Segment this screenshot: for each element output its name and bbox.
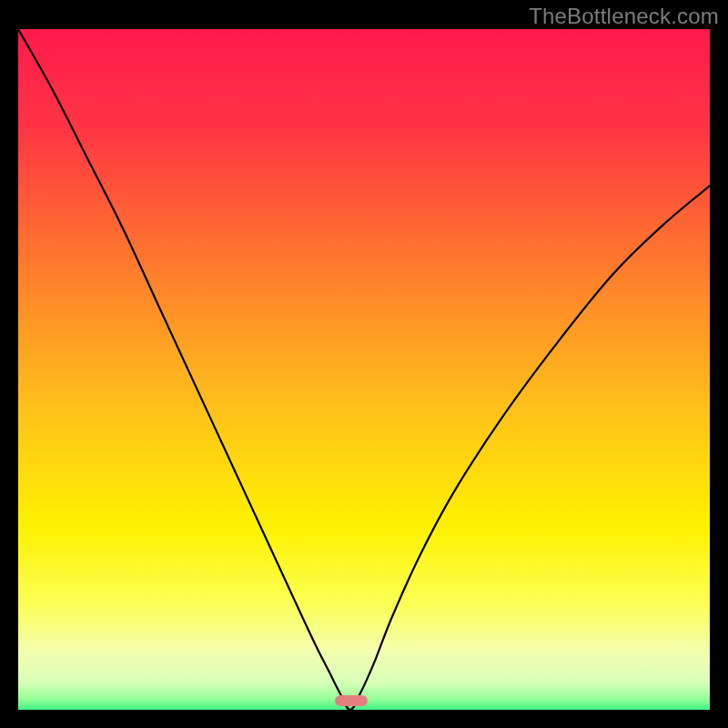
watermark-text: TheBottleneck.com bbox=[529, 4, 719, 29]
plot-area bbox=[18, 29, 710, 710]
bottleneck-curve bbox=[18, 29, 710, 710]
minimum-marker bbox=[335, 695, 368, 706]
chart-container: TheBottleneck.com bbox=[0, 0, 728, 728]
